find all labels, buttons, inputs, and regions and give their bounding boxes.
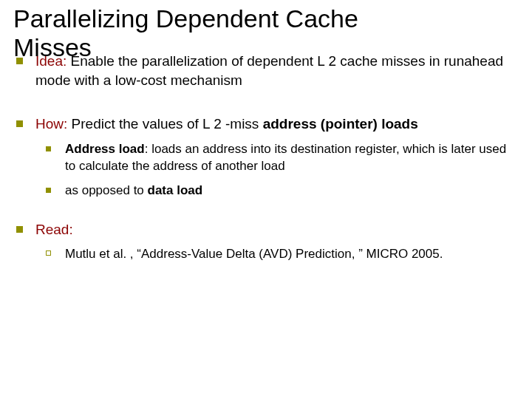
- bullet-how-bold: address (pointer) loads: [263, 116, 418, 132]
- hollow-square-bullet-icon: [46, 250, 51, 256]
- bullet-idea-text: Enable the parallelization of dependent …: [35, 53, 503, 88]
- bullet-read-text: Read:: [35, 222, 73, 237]
- bullet-how-mid: Predict the values of L 2 -miss: [67, 116, 262, 132]
- square-bullet-icon: [46, 188, 51, 193]
- square-bullet-icon: [16, 226, 23, 233]
- slide-body: Idea: Enable the parallelization of depe…: [16, 52, 511, 263]
- subbullet-citation: Mutlu et al. , “Address-Value Delta (AVD…: [46, 246, 511, 263]
- square-bullet-icon: [16, 58, 23, 64]
- square-bullet-icon: [46, 146, 51, 151]
- subbullet-data-load-bold: data load: [148, 183, 203, 197]
- title-line-1: Parallelizing Dependent Cache: [13, 4, 358, 33]
- subbullet-address-load: Address load: loads an address into its …: [46, 141, 511, 175]
- subbullet-citation-text: Mutlu et al. , “Address-Value Delta (AVD…: [65, 247, 443, 261]
- subbullet-data-load-lead: as opposed to: [65, 183, 148, 197]
- subbullet-address-load-bold: Address load: [65, 142, 145, 156]
- bullet-idea: Idea: Enable the parallelization of depe…: [16, 52, 511, 89]
- bullet-idea-lead: Idea:: [35, 53, 66, 69]
- subbullet-data-load: as opposed to data load: [46, 183, 511, 200]
- square-bullet-icon: [16, 120, 23, 127]
- slide: Parallelizing Dependent Cache Misses Ide…: [0, 0, 532, 399]
- bullet-how: How: Predict the values of L 2 -miss add…: [16, 115, 511, 134]
- bullet-read: Read:: [16, 220, 511, 239]
- bullet-how-lead: How:: [35, 116, 67, 132]
